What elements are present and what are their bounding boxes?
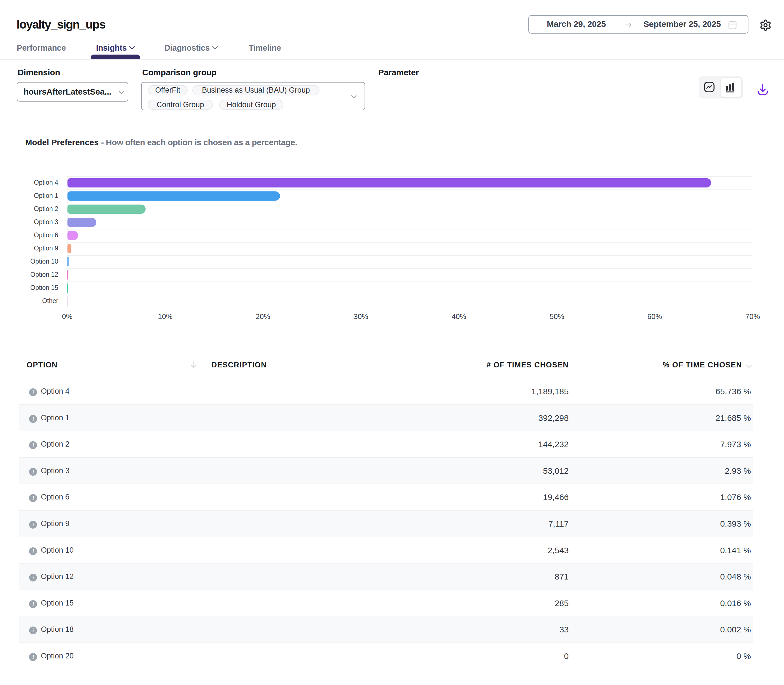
svg-text:i: i — [33, 601, 34, 607]
svg-text:i: i — [33, 469, 34, 475]
svg-text:i: i — [33, 416, 34, 422]
svg-text:i: i — [33, 575, 34, 580]
svg-text:i: i — [33, 654, 34, 660]
svg-text:i: i — [33, 390, 34, 395]
svg-text:i: i — [33, 628, 34, 633]
svg-text:i: i — [33, 442, 34, 448]
svg-text:i: i — [33, 522, 34, 528]
svg-text:i: i — [33, 495, 34, 501]
svg-text:i: i — [33, 549, 34, 554]
